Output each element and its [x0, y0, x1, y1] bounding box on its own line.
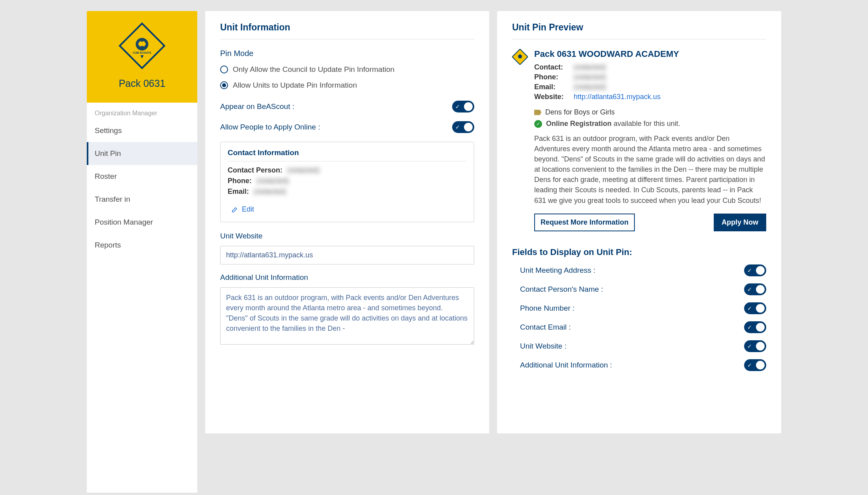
- radio-council-only[interactable]: Only Allow the Council to Update Pin Inf…: [220, 65, 474, 74]
- check-circle-icon: ✓: [534, 120, 542, 128]
- check-icon: ✓: [747, 305, 752, 311]
- sidebar-item-roster[interactable]: Roster: [87, 165, 197, 188]
- sidebar-item-transfer-in[interactable]: Transfer in: [87, 188, 197, 211]
- edit-contact-button[interactable]: Edit: [232, 205, 254, 214]
- field-toggle-label: Additional Unit Information :: [520, 361, 612, 369]
- preview-email-value: (redacted): [574, 83, 606, 91]
- unit-website-input[interactable]: [220, 246, 474, 264]
- sidebar-brand: CUB SCOUTS Pack 0631: [87, 11, 197, 103]
- unit-info-heading: Unit Information: [220, 22, 474, 39]
- radio-icon: [220, 81, 228, 89]
- unit-description: Pack 631 is an outdoor program, with Pac…: [534, 133, 766, 206]
- field-display-toggle[interactable]: ✓: [744, 340, 766, 352]
- field-display-toggle[interactable]: ✓: [744, 359, 766, 371]
- unit-website-label: Unit Website: [220, 232, 474, 240]
- email-value: (redacted): [254, 188, 286, 196]
- additional-info-label: Additional Unit Information: [220, 273, 474, 282]
- svg-point-4: [518, 54, 522, 58]
- svg-text:CUB SCOUTS: CUB SCOUTS: [133, 51, 152, 54]
- check-icon: ✓: [455, 124, 460, 130]
- tag-icon: [534, 110, 541, 115]
- sidebar: CUB SCOUTS Pack 0631 Organization Manage…: [87, 11, 197, 493]
- field-toggle-row: Unit Website :✓: [512, 340, 766, 352]
- contact-info-card: Contact Information Contact Person:(reda…: [220, 142, 474, 222]
- preview-phone-value: (redacted): [574, 73, 606, 81]
- allow-apply-online-toggle[interactable]: ✓: [452, 121, 474, 133]
- preview-website-link[interactable]: http://atlanta631.mypack.us: [574, 93, 660, 101]
- phone-value: (redacted): [256, 177, 289, 185]
- check-icon: ✓: [747, 286, 752, 292]
- apply-now-button[interactable]: Apply Now: [714, 214, 766, 231]
- request-more-info-button[interactable]: Request More Information: [534, 214, 635, 231]
- field-display-toggle[interactable]: ✓: [744, 302, 766, 314]
- contact-info-heading: Contact Information: [228, 148, 467, 161]
- preview-phone-label: Phone:: [534, 73, 569, 81]
- field-toggle-label: Contact Person's Name :: [520, 285, 603, 294]
- field-toggle-label: Unit Website :: [520, 342, 567, 351]
- dens-text: Dens for Boys or Girls: [545, 108, 615, 116]
- check-icon: ✓: [747, 362, 752, 368]
- field-toggle-row: Additional Unit Information :✓: [512, 359, 766, 371]
- appear-on-beascout-label: Appear on BeAScout :: [220, 102, 294, 111]
- radio-label: Only Allow the Council to Update Pin Inf…: [233, 65, 395, 74]
- unit-information-panel: Unit Information Pin Mode Only Allow the…: [205, 11, 489, 433]
- allow-apply-online-label: Allow People to Apply Online :: [220, 123, 320, 131]
- sidebar-item-settings[interactable]: Settings: [87, 119, 197, 142]
- preview-email-label: Email:: [534, 83, 569, 91]
- preview-heading: Unit Pin Preview: [512, 22, 766, 39]
- preview-contact-value: (redacted): [574, 63, 606, 71]
- pencil-icon: [232, 206, 238, 213]
- check-icon: ✓: [747, 343, 752, 349]
- field-toggle-label: Contact Email :: [520, 323, 571, 332]
- fields-to-display-heading: Fields to Display on Unit Pin:: [512, 247, 766, 257]
- edit-label: Edit: [242, 205, 254, 214]
- online-registration-status: Online Registration available for this u…: [546, 120, 680, 128]
- check-icon: ✓: [455, 103, 460, 110]
- contact-person-label: Contact Person:: [228, 166, 282, 174]
- field-toggle-row: Unit Meeting Address :✓: [512, 264, 766, 276]
- field-toggle-label: Phone Number :: [520, 304, 574, 313]
- contact-person-value: (redacted): [287, 166, 320, 174]
- field-display-toggle[interactable]: ✓: [744, 321, 766, 333]
- appear-on-beascout-toggle[interactable]: ✓: [452, 101, 474, 112]
- field-toggle-row: Phone Number :✓: [512, 302, 766, 314]
- pin-mode-label: Pin Mode: [220, 49, 474, 58]
- preview-unit-title: Pack 0631 WOODWARD ACADEMY: [534, 49, 766, 59]
- radio-icon: [220, 66, 228, 73]
- phone-label: Phone:: [228, 177, 252, 185]
- sidebar-item-reports[interactable]: Reports: [87, 234, 197, 257]
- sidebar-item-unit-pin[interactable]: Unit Pin: [87, 142, 197, 165]
- additional-info-textarea[interactable]: Pack 631 is an outdoor program, with Pac…: [220, 287, 474, 345]
- field-display-toggle[interactable]: ✓: [744, 283, 766, 295]
- check-icon: ✓: [747, 324, 752, 330]
- sidebar-item-position-manager[interactable]: Position Manager: [87, 211, 197, 234]
- pack-title: Pack 0631: [91, 78, 193, 89]
- cub-scouts-logo: CUB SCOUTS: [118, 22, 166, 69]
- radio-label: Allow Units to Update Pin Information: [233, 81, 357, 90]
- cub-scouts-logo-small: [512, 49, 528, 65]
- radio-allow-units[interactable]: Allow Units to Update Pin Information: [220, 81, 474, 90]
- preview-website-label: Website:: [534, 93, 569, 101]
- preview-contact-label: Contact:: [534, 63, 569, 71]
- email-label: Email:: [228, 188, 249, 196]
- field-toggle-row: Contact Email :✓: [512, 321, 766, 333]
- sidebar-section-label: Organization Manager: [87, 103, 197, 119]
- check-icon: ✓: [747, 267, 752, 274]
- field-toggle-row: Contact Person's Name :✓: [512, 283, 766, 295]
- unit-pin-preview-panel: Unit Pin Preview Pack 0631 WOODWARD ACAD…: [497, 11, 781, 433]
- field-toggle-label: Unit Meeting Address :: [520, 266, 595, 275]
- field-display-toggle[interactable]: ✓: [744, 264, 766, 276]
